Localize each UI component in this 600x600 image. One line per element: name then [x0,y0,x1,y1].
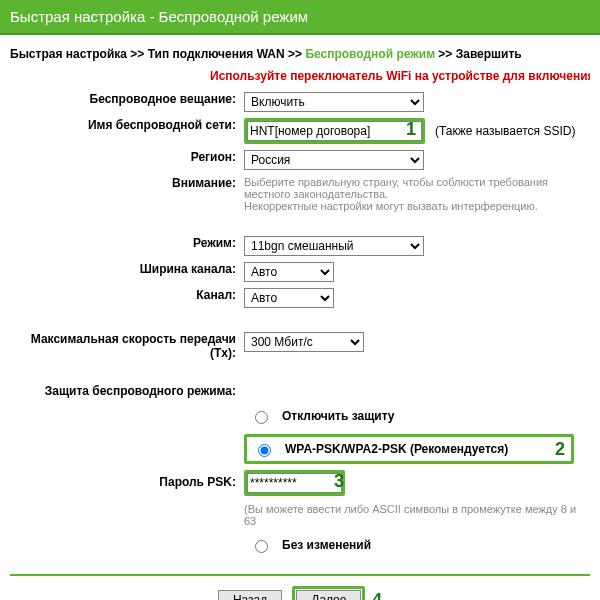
broadcast-select[interactable]: Включить [244,92,424,112]
breadcrumb-step-2: Тип подключения WAN [148,47,285,61]
label-security: Защита беспроводного режима: [10,381,240,401]
label-notice: Внимание: [10,173,240,215]
psk-note: (Вы можете ввести либо ASCII символы в п… [240,499,590,530]
security-option-wpa: WPA-PSK/WPA2-PSK (Рекомендуется) [247,437,571,461]
security-option-disable: Отключить защиту [244,404,586,428]
breadcrumb-step-1: Быстрая настройка [10,47,127,61]
label-broadcast: Беспроводное вещание: [10,89,240,115]
highlight-4: Далее [292,586,365,600]
content: Быстрая настройка >> Тип подключения WAN… [0,35,600,600]
highlight-3: 3 [244,470,345,496]
ssid-input[interactable] [247,121,422,141]
highlight-1: 1 [244,118,425,144]
annotation-3: 3 [334,471,344,492]
label-no-change: Без изменений [282,538,371,552]
channel-select[interactable]: Авто [244,288,334,308]
page-title: Быстрая настройка - Беспроводной режим [10,8,308,25]
page-header: Быстрая настройка - Беспроводной режим [0,0,600,35]
highlight-2: WPA-PSK/WPA2-PSK (Рекомендуется) 2 [244,434,574,464]
annotation-2: 2 [555,439,565,460]
wifi-switch-warning: Используйте переключатель WiFi на устрой… [10,69,590,83]
psk-password-input[interactable] [247,473,342,493]
divider [10,574,590,576]
button-row: Назад Далее 4 [10,586,590,600]
label-txrate: Максимальная скорость передачи (Tx): [10,329,240,363]
security-option-nochange: Без изменений [244,533,586,557]
radio-wpa-psk[interactable] [258,444,271,457]
annotation-1: 1 [406,119,416,140]
region-select[interactable]: Россия [244,150,424,170]
label-wpa-psk: WPA-PSK/WPA2-PSK (Рекомендуется) [285,442,508,456]
radio-no-change[interactable] [255,540,268,553]
label-psk: Пароль PSK: [10,467,240,499]
txrate-select[interactable]: 300 Мбит/с [244,332,364,352]
settings-form: Беспроводное вещание: Включить Имя беспр… [10,89,590,560]
label-ssid: Имя беспроводной сети: [10,115,240,147]
region-notice: Выберите правильную страну, чтобы соблюс… [240,173,590,215]
annotation-4: 4 [372,590,382,600]
back-button[interactable]: Назад [218,590,282,600]
label-chwidth: Ширина канала: [10,259,240,285]
breadcrumb: Быстрая настройка >> Тип подключения WAN… [10,47,590,61]
next-button[interactable]: Далее [296,590,361,600]
label-disable-security: Отключить защиту [282,409,395,423]
ssid-aka-note: (Также называется SSID) [435,124,575,138]
radio-disable-security[interactable] [255,411,268,424]
label-region: Регион: [10,147,240,173]
label-mode: Режим: [10,233,240,259]
mode-select[interactable]: 11bgn смешанный [244,236,424,256]
breadcrumb-step-4: Завершить [456,47,522,61]
channel-width-select[interactable]: Авто [244,262,334,282]
breadcrumb-step-active: Беспроводной режим [305,47,435,61]
label-channel: Канал: [10,285,240,311]
